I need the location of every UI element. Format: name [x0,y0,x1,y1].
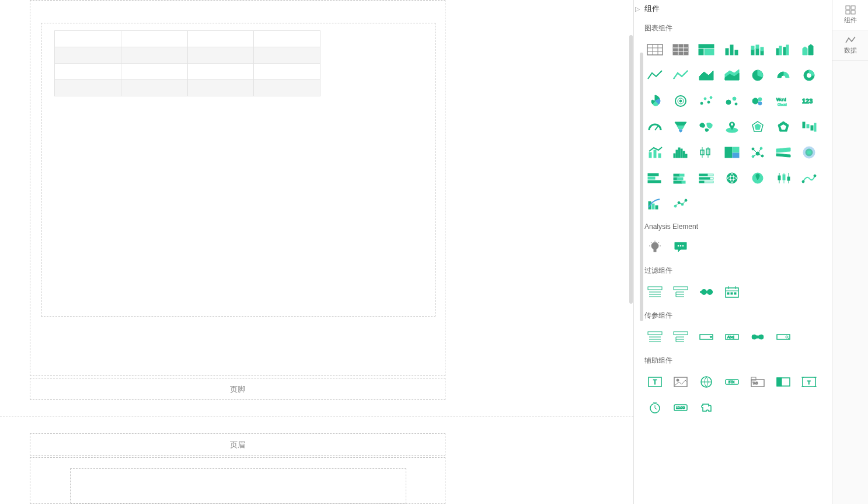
hbar-stacked-icon[interactable] [668,165,693,191]
pie-chart-icon[interactable] [745,62,771,88]
web-icon[interactable] [693,369,719,395]
bar-chart-icon[interactable] [719,37,745,62]
tab-icon[interactable]: TAB [745,369,771,395]
radar-icon[interactable] [745,114,771,140]
split-panel-icon[interactable] [771,369,796,395]
waterfall-icon[interactable] [796,114,822,140]
geo-pin-icon[interactable] [745,165,771,191]
hbar-icon[interactable] [642,165,668,191]
svg-rect-18 [756,48,759,55]
kpi-number-icon[interactable]: 123 [796,88,822,114]
stacked-area-icon[interactable] [719,62,745,88]
radar-fill-icon[interactable] [771,114,796,140]
tab-components-label: 组件 [844,16,857,25]
bullet-icon[interactable] [693,165,719,191]
page1-footer[interactable]: 页脚 [30,378,445,400]
svg-rect-153 [648,332,662,335]
button-icon[interactable]: BTN [719,369,745,395]
image-icon[interactable] [668,369,693,395]
section-charts-label: 图表组件 [644,23,827,33]
boxplot-icon[interactable] [693,140,719,165]
multi-line-icon[interactable] [668,62,693,88]
svg-rect-134 [648,287,662,290]
page1-body[interactable] [30,0,445,376]
svg-rect-110 [778,176,780,180]
svg-rect-150 [727,293,729,294]
svg-marker-57 [755,124,761,130]
page2-body[interactable] [30,457,445,504]
donut-icon[interactable] [796,62,822,88]
svg-text:Abc|: Abc| [727,335,734,339]
tab-data[interactable]: 数据 [832,30,868,61]
panel-collapse-handle[interactable]: ▷ [634,4,641,14]
comment-icon[interactable] [668,234,693,260]
network-icon[interactable] [745,140,771,165]
list-filter-icon[interactable] [642,279,668,305]
tab-components[interactable]: 组件 [832,0,868,30]
stacked-bar-icon[interactable] [745,37,771,62]
date-filter-icon[interactable] [719,279,745,305]
area-chart-icon[interactable] [693,62,719,88]
svg-point-124 [651,242,658,249]
text-param-icon[interactable]: Abc| [719,324,745,350]
svg-rect-106 [699,181,704,183]
svg-rect-64 [649,152,651,158]
sankey-icon[interactable] [771,140,796,165]
timer-icon[interactable] [642,395,668,420]
candlestick-icon[interactable] [771,165,796,191]
semi-donut-icon[interactable] [771,62,796,88]
packed-bubble-icon[interactable] [745,88,771,114]
table-icon[interactable] [642,37,668,62]
route-map-icon[interactable] [796,165,822,191]
page2-header[interactable]: 页眉 [30,433,445,456]
table-dark-icon[interactable] [668,37,693,62]
svg-point-43 [735,103,737,105]
canvas-sample-table[interactable] [54,30,320,96]
list-param-icon[interactable] [642,324,668,350]
gauge-icon[interactable] [642,114,668,140]
panel-scrollbar[interactable] [640,53,643,321]
pivot-table-icon[interactable] [693,37,719,62]
radial-gauge-icon[interactable] [668,88,693,114]
canvas: 页脚 页眉 [0,0,633,504]
tree-filter-icon[interactable] [668,279,693,305]
heatmap-icon[interactable] [796,140,822,165]
scatter-line-icon[interactable] [668,191,693,217]
bubble-icon[interactable] [719,88,745,114]
globe-chart-icon[interactable] [719,165,745,191]
slider-filter-icon[interactable] [693,279,719,305]
combo-chart-icon[interactable] [642,140,668,165]
svg-rect-17 [751,46,754,50]
line-chart-icon[interactable] [642,62,668,88]
histogram-icon[interactable] [668,140,693,165]
canvas-scrollbar[interactable] [629,35,633,304]
svg-rect-94 [648,180,661,183]
tree-param-icon[interactable] [668,324,693,350]
frame-icon[interactable]: T [796,369,822,395]
svg-rect-119 [656,206,658,209]
range-param-icon[interactable] [745,324,771,350]
svg-rect-100 [682,181,685,183]
scatter-icon[interactable] [693,88,719,114]
plugin-icon[interactable] [693,395,719,420]
rose-chart-icon[interactable] [642,88,668,114]
svg-rect-199 [846,11,850,14]
text-box-icon[interactable]: T [642,369,668,395]
world-map-icon[interactable] [693,114,719,140]
wordcloud-icon[interactable]: WordCloud [771,88,796,114]
dropdown-param-icon[interactable] [693,324,719,350]
page2-inner-frame[interactable] [70,468,406,503]
pin-map-icon[interactable] [719,114,745,140]
svg-text:123: 123 [802,98,813,105]
svg-rect-11 [699,49,703,55]
section-aux-label: 辅助组件 [644,356,827,366]
funnel-icon[interactable] [668,114,693,140]
treemap-icon[interactable] [719,140,745,165]
bar3d-icon[interactable] [796,37,822,62]
clock-display-icon[interactable]: 12:00 [668,395,693,420]
section-filter-label: 过滤组件 [644,266,827,276]
insight-icon[interactable] [642,234,668,260]
grouped-bar-icon[interactable] [771,37,796,62]
pareto-icon[interactable] [642,191,668,217]
search-param-icon[interactable] [771,324,796,350]
